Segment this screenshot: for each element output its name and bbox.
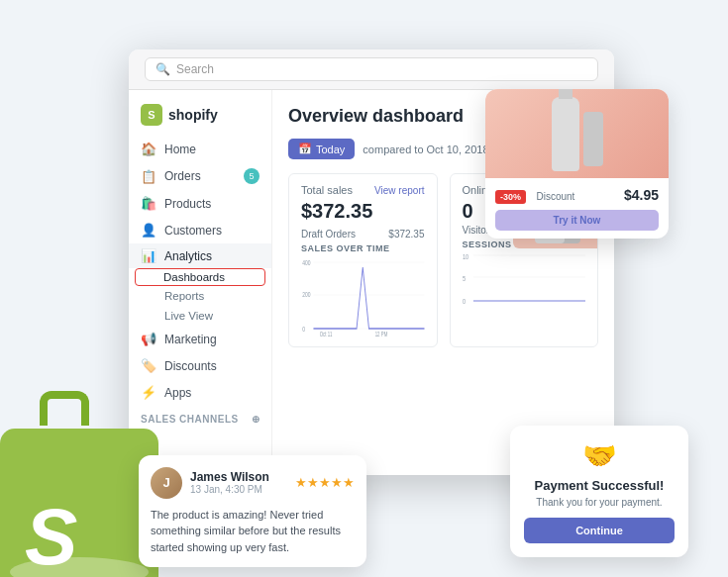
- svg-text:10: 10: [463, 252, 469, 260]
- sidebar-label-customers: Customers: [164, 224, 222, 238]
- search-placeholder: Search: [176, 62, 214, 76]
- sidebar-item-discounts[interactable]: 🏷️ Discounts: [129, 352, 271, 379]
- reviewer-info: James Wilson 13 Jan, 4:30 PM: [190, 470, 269, 495]
- browser-topbar: 🔍 Search: [129, 49, 614, 90]
- sidebar-label-discounts: Discounts: [164, 359, 217, 373]
- view-report-link[interactable]: View report: [374, 185, 424, 196]
- home-icon: 🏠: [141, 142, 156, 156]
- review-header: J James Wilson 13 Jan, 4:30 PM ★★★★★: [151, 467, 355, 499]
- payment-subtitle: Thank you for your payment.: [524, 497, 675, 508]
- customers-icon: 👤: [141, 223, 156, 238]
- sidebar-item-reports[interactable]: Reports: [129, 286, 271, 306]
- marketing-icon: 📢: [141, 332, 156, 346]
- orders-icon: 📋: [141, 169, 156, 184]
- sidebar-item-products[interactable]: 🛍️ Products: [129, 190, 271, 217]
- analytics-icon: 📊: [141, 248, 156, 263]
- sidebar-label-reports: Reports: [164, 290, 204, 302]
- review-stars: ★★★★★: [295, 475, 355, 490]
- brand-name: shopify: [168, 107, 218, 123]
- sidebar-label-dashboards: Dashboards: [163, 271, 225, 283]
- draft-orders-value: $372.35: [388, 229, 424, 240]
- reviewer-avatar: J: [151, 467, 182, 499]
- payment-title: Payment Successful!: [524, 478, 675, 493]
- products-icon: 🛍️: [141, 196, 156, 211]
- sidebar-label-marketing: Marketing: [164, 333, 217, 346]
- sidebar-label-analytics: Analytics: [164, 249, 212, 263]
- date-btn-label: Today: [316, 144, 345, 155]
- review-text: The product is amazing! Never tried some…: [151, 507, 355, 556]
- product-card-body: -30% Discount $4.95 Try it Now: [485, 178, 669, 239]
- svg-text:200: 200: [302, 290, 311, 298]
- search-box[interactable]: 🔍 Search: [145, 57, 598, 81]
- total-sales-card: Total sales View report $372.35 Draft Or…: [288, 173, 438, 347]
- sidebar-item-analytics[interactable]: 📊 Analytics: [129, 243, 271, 268]
- payment-card: 🤝 Payment Successful! Thank you for your…: [510, 426, 688, 557]
- sidebar-item-dashboards[interactable]: Dashboards: [135, 268, 265, 286]
- product-card: -30% Discount $4.95 Try it Now: [485, 89, 669, 239]
- sales-chart: 400 200 0 Oct 11 12 PM: [301, 257, 425, 337]
- sidebar-item-marketing[interactable]: 📢 Marketing: [129, 326, 271, 352]
- calendar-icon: 📅: [298, 143, 312, 155]
- add-channel-icon[interactable]: ⊕: [252, 414, 260, 425]
- svg-text:0: 0: [463, 297, 466, 305]
- sidebar-item-orders[interactable]: 📋 Orders 5: [129, 162, 271, 190]
- reviewer-name: James Wilson: [190, 470, 269, 484]
- svg-text:12 PM: 12 PM: [375, 331, 388, 337]
- search-icon: 🔍: [156, 62, 170, 76]
- sales-chart-label: SALES OVER TIME: [301, 243, 425, 253]
- svg-text:5: 5: [463, 274, 466, 282]
- sidebar-item-customers[interactable]: 👤 Customers: [129, 217, 271, 243]
- total-sales-label: Total sales View report: [301, 184, 425, 196]
- review-card: J James Wilson 13 Jan, 4:30 PM ★★★★★ The…: [139, 455, 366, 568]
- sidebar-label-orders: Orders: [164, 169, 201, 183]
- sidebar-label-home: Home: [164, 143, 196, 156]
- product-price: $4.95: [624, 187, 659, 203]
- sidebar-item-live-view[interactable]: Live View: [129, 306, 271, 326]
- sidebar-brand: S shopify: [129, 98, 271, 136]
- product-card-image: [485, 89, 669, 178]
- svg-text:Oct 11: Oct 11: [320, 331, 333, 337]
- orders-badge: 5: [244, 168, 260, 184]
- svg-text:0: 0: [302, 325, 305, 333]
- shopify-logo: S: [141, 104, 162, 126]
- sidebar-item-home[interactable]: 🏠 Home: [129, 136, 271, 162]
- discounts-icon: 🏷️: [141, 358, 156, 373]
- reviewer-date: 13 Jan, 4:30 PM: [190, 484, 269, 495]
- product-name: Discount: [536, 191, 574, 202]
- sidebar-label-live-view: Live View: [164, 310, 213, 322]
- continue-button[interactable]: Continue: [524, 518, 675, 543]
- discount-badge: -30%: [495, 190, 526, 204]
- svg-text:400: 400: [302, 258, 311, 266]
- date-today-button[interactable]: 📅 Today: [288, 139, 355, 159]
- try-now-button[interactable]: Try it Now: [495, 210, 659, 231]
- total-sales-sub: Draft Orders $372.35: [301, 229, 425, 240]
- date-compare: compared to Oct 10, 2018: [363, 144, 488, 155]
- draft-orders-label: Draft Orders: [301, 229, 356, 240]
- payment-icon: 🤝: [524, 439, 675, 472]
- sidebar-label-products: Products: [164, 197, 211, 211]
- total-sales-value: $372.35: [301, 200, 425, 223]
